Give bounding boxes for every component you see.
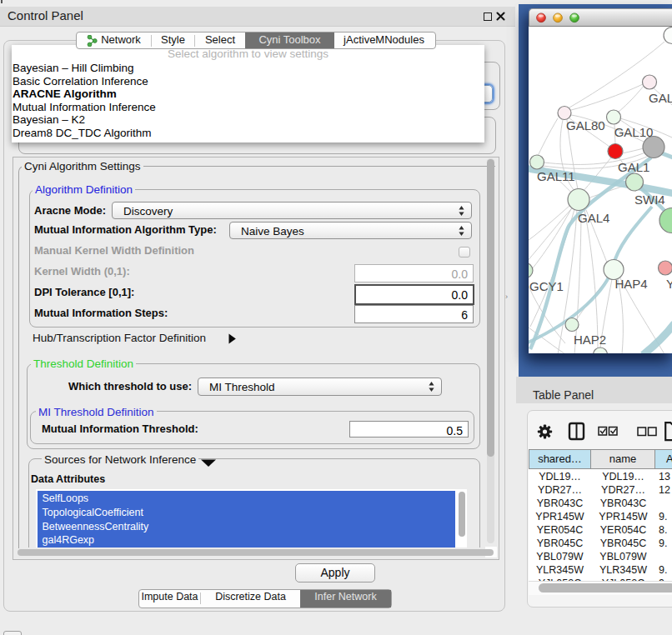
svg-text:HAP4: HAP4	[615, 276, 648, 290]
svg-text:Y: Y	[666, 276, 672, 290]
svg-text:GAL1: GAL1	[618, 159, 649, 173]
svg-text:GAL7: GAL7	[649, 90, 672, 104]
svg-text:HAP2: HAP2	[574, 332, 606, 346]
svg-text:GAL80: GAL80	[566, 118, 605, 132]
svg-text:GAL10: GAL10	[614, 124, 654, 138]
svg-text:GAL4: GAL4	[578, 210, 609, 224]
svg-text:SWI4: SWI4	[634, 192, 665, 206]
svg-text:GCY1: GCY1	[529, 278, 564, 292]
svg-text:GAL11: GAL11	[537, 169, 575, 183]
